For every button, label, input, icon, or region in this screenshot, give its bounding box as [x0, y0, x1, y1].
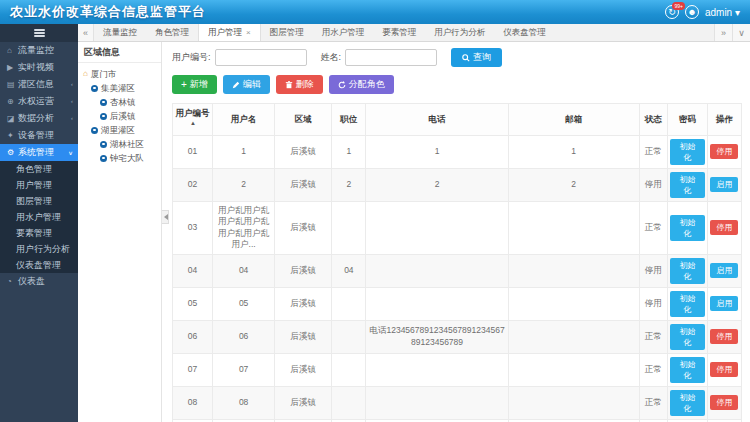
edit-button[interactable]: 编辑 [223, 75, 270, 94]
tab-scroll-left-button[interactable]: « [78, 24, 94, 41]
sidebar-item-数据分析[interactable]: ◪数据分析‹ [0, 110, 78, 127]
table-row[interactable]: 0404后溪镇04停用初始化启用 [173, 254, 742, 287]
tree-node-湖林社区[interactable]: 湖林社区 [100, 137, 159, 151]
reset-password-button[interactable]: 初始化 [670, 324, 705, 350]
user-id-label: 用户编号: [172, 51, 211, 64]
column-header-用户编号[interactable]: 用户编号▲ [173, 104, 213, 136]
reset-password-button[interactable]: 初始化 [670, 172, 705, 198]
cell-position [332, 201, 366, 254]
column-header-操作[interactable]: 操作 [707, 104, 741, 136]
table-row[interactable]: 0505后溪镇停用初始化启用 [173, 287, 742, 320]
sidebar-item-仪表盘[interactable]: ◔仪表盘 [0, 273, 78, 290]
cell-region: 后溪镇 [275, 386, 332, 419]
reset-password-button[interactable]: 初始化 [670, 215, 705, 241]
assign-role-button[interactable]: 分配角色 [329, 75, 394, 94]
column-header-用户名[interactable]: 用户名 [212, 104, 275, 136]
tree-node-后溪镇[interactable]: 后溪镇 [100, 109, 159, 123]
enable-button[interactable]: 启用 [710, 177, 738, 192]
reset-password-button[interactable]: 初始化 [670, 390, 705, 416]
disable-button[interactable]: 停用 [710, 329, 738, 344]
tab-角色管理[interactable]: 角色管理 [146, 24, 198, 41]
tab-scroll-right-button[interactable]: » [714, 24, 732, 41]
disable-button[interactable]: 停用 [710, 362, 738, 377]
tab-要素管理[interactable]: 要素管理 [373, 24, 425, 41]
close-icon[interactable]: × [246, 28, 251, 37]
column-header-label: 密码 [679, 114, 696, 124]
sidebar-item-系统管理[interactable]: ⚙系统管理∨ [0, 144, 78, 161]
sidebar-subitem-用水户管理[interactable]: 用水户管理 [0, 209, 78, 225]
enable-button[interactable]: 启用 [710, 263, 738, 278]
reset-password-button[interactable]: 初始化 [670, 258, 705, 284]
name-input[interactable] [345, 49, 437, 66]
disable-button[interactable]: 停用 [710, 144, 738, 159]
sidebar-item-灌区信息[interactable]: ▤灌区信息‹ [0, 76, 78, 93]
cell-phone: 1 [366, 135, 508, 168]
table-row[interactable]: 03用户乱用户乱用户乱用户乱用户乱用户乱用户...后溪镇正常初始化停用 [173, 201, 742, 254]
column-header-状态[interactable]: 状态 [639, 104, 667, 136]
table-row[interactable]: 022后溪镇222停用初始化启用 [173, 168, 742, 201]
user-id-input[interactable] [215, 49, 307, 66]
sidebar-toggle-button[interactable] [0, 24, 78, 42]
add-button[interactable]: + 新增 [172, 75, 217, 94]
sidebar-item-流量监控[interactable]: ⌂流量监控 [0, 42, 78, 59]
table-row[interactable]: 011后溪镇111正常初始化停用 [173, 135, 742, 168]
tree-node-label: 湖林社区 [110, 137, 144, 151]
table-row[interactable]: 0707后溪镇正常初始化停用 [173, 353, 742, 386]
search-button[interactable]: 查询 [451, 48, 502, 67]
enable-button[interactable]: 启用 [710, 296, 738, 311]
tab-用水户管理[interactable]: 用水户管理 [313, 24, 374, 41]
tab-用户管理[interactable]: 用户管理× [198, 24, 261, 41]
sidebar-subitem-图层管理[interactable]: 图层管理 [0, 193, 78, 209]
cell-password: 初始化 [668, 135, 708, 168]
column-header-密码[interactable]: 密码 [668, 104, 708, 136]
cell-phone [366, 386, 508, 419]
cell-email: 1 [508, 135, 639, 168]
sidebar-subitem-要素管理[interactable]: 要素管理 [0, 225, 78, 241]
tree-node-钟宅大队[interactable]: 钟宅大队 [100, 151, 159, 165]
column-header-电话[interactable]: 电话 [366, 104, 508, 136]
cell-username: 用户乱用户乱用户乱用户乱用户乱用户乱用户... [212, 201, 275, 254]
disable-button[interactable]: 停用 [710, 395, 738, 410]
tree-node-集美灌区[interactable]: 集美灌区 [91, 81, 159, 95]
tab-用户行为分析[interactable]: 用户行为分析 [425, 24, 494, 41]
table-row[interactable]: 0606后溪镇电话1234567891234567891234567891234… [173, 320, 742, 353]
reset-password-button[interactable]: 初始化 [670, 291, 705, 317]
table-row[interactable]: 0808后溪镇正常初始化停用 [173, 386, 742, 419]
sidebar: ⌂流量监控▶实时视频▤灌区信息‹⊕水权运营‹◪数据分析‹✦设备管理⚙系统管理∨角… [0, 24, 78, 422]
reset-password-button[interactable]: 初始化 [670, 139, 705, 165]
disable-button[interactable]: 停用 [710, 220, 738, 235]
cell-region: 后溪镇 [275, 254, 332, 287]
tab-menu-button[interactable]: ∨ [732, 24, 750, 41]
search-icon [462, 54, 470, 62]
tree-node-杏林镇[interactable]: 杏林镇 [100, 95, 159, 109]
sidebar-subitem-仪表盘管理[interactable]: 仪表盘管理 [0, 257, 78, 273]
tree-node-湖里灌区[interactable]: 湖里灌区 [91, 123, 159, 137]
cell-username: 08 [212, 386, 275, 419]
table-header-row: 用户编号▲用户名区域职位电话邮箱状态密码操作 [173, 104, 742, 136]
tree-node-root[interactable]: ⌂厦门市 [83, 67, 159, 81]
column-header-职位[interactable]: 职位 [332, 104, 366, 136]
user-avatar-icon[interactable]: ☻ [685, 5, 699, 19]
location-pin-icon [91, 85, 98, 92]
sidebar-subitem-用户管理[interactable]: 用户管理 [0, 177, 78, 193]
tab-仪表盘管理[interactable]: 仪表盘管理 [494, 24, 555, 41]
sidebar-item-label: 实时视频 [18, 61, 54, 74]
cell-action: 停用 [707, 320, 741, 353]
sidebar-item-水权运营[interactable]: ⊕水权运营‹ [0, 93, 78, 110]
delete-button[interactable]: 删除 [276, 75, 323, 94]
sidebar-subitem-用户行为分析[interactable]: 用户行为分析 [0, 241, 78, 257]
cell-user-id: 05 [173, 287, 213, 320]
chevron-down-icon: ∨ [68, 149, 73, 155]
tab-图层管理[interactable]: 图层管理 [261, 24, 313, 41]
user-menu[interactable]: admin ▾ [705, 7, 740, 18]
column-header-区域[interactable]: 区域 [275, 104, 332, 136]
sidebar-item-设备管理[interactable]: ✦设备管理 [0, 127, 78, 144]
panel-collapse-handle[interactable] [162, 210, 169, 224]
sidebar-subitem-角色管理[interactable]: 角色管理 [0, 161, 78, 177]
tab-流量监控[interactable]: 流量监控 [94, 24, 146, 41]
column-header-邮箱[interactable]: 邮箱 [508, 104, 639, 136]
sidebar-item-实时视频[interactable]: ▶实时视频 [0, 59, 78, 76]
cell-position [332, 353, 366, 386]
reset-password-button[interactable]: 初始化 [670, 357, 705, 383]
notification-icon[interactable]: ↻ 99+ [665, 5, 679, 19]
